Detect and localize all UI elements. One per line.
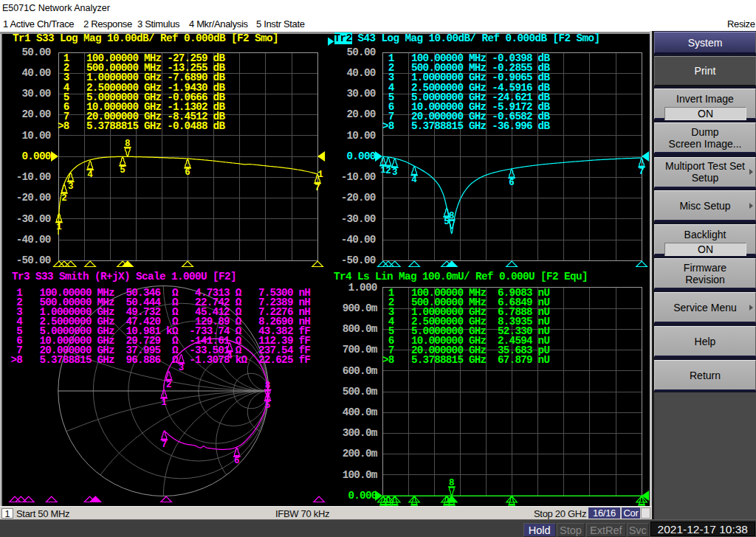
svg-text:1: 1 — [56, 222, 62, 232]
svg-text:6: 6 — [234, 456, 240, 466]
svg-text:4: 4 — [87, 170, 93, 180]
svg-text:8: 8 — [449, 478, 455, 488]
svg-text:5: 5 — [120, 165, 126, 176]
svg-text:5: 5 — [265, 401, 271, 411]
svg-text:7: 7 — [639, 167, 645, 177]
svg-text:7: 7 — [315, 183, 320, 193]
svg-text:3: 3 — [392, 167, 398, 178]
svg-text:8: 8 — [449, 211, 455, 221]
svg-text:2: 2 — [385, 166, 391, 176]
svg-text:2: 2 — [166, 380, 172, 390]
svg-text:6: 6 — [185, 167, 190, 178]
svg-text:2: 2 — [61, 193, 67, 204]
svg-text:4: 4 — [411, 175, 417, 185]
svg-text:8: 8 — [265, 381, 271, 391]
svg-text:3: 3 — [68, 181, 74, 192]
svg-text:7: 7 — [162, 440, 168, 450]
svg-text:1: 1 — [317, 170, 323, 180]
svg-text:8: 8 — [125, 139, 131, 149]
svg-text:6: 6 — [509, 178, 515, 188]
svg-text:1: 1 — [161, 398, 167, 408]
